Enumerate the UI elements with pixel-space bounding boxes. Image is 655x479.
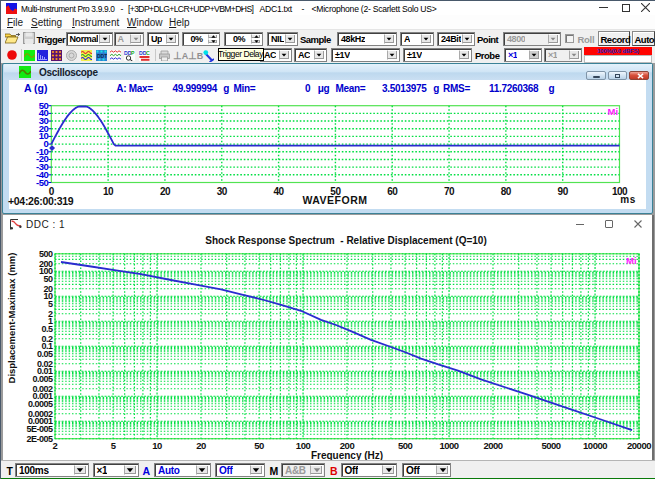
svg-text:5: 5 <box>48 299 53 309</box>
svg-text:50: 50 <box>43 274 53 284</box>
svg-text:20000: 20000 <box>627 440 651 451</box>
svg-text:10000: 10000 <box>583 440 607 451</box>
svg-text:0.005: 0.005 <box>32 374 53 384</box>
svg-text:2000: 2000 <box>483 440 502 451</box>
svg-text:5000: 5000 <box>542 440 561 451</box>
svg-text:0.0005: 0.0005 <box>28 399 53 409</box>
svg-text:500: 500 <box>39 249 53 259</box>
svg-text:0.05: 0.05 <box>37 349 53 359</box>
svg-text:2E-005: 2E-005 <box>26 434 53 444</box>
svg-text:100: 100 <box>296 440 311 451</box>
svg-text:Frequency (Hz): Frequency (Hz) <box>311 450 383 461</box>
svg-text:50: 50 <box>254 440 264 451</box>
svg-text:Mi: Mi <box>626 255 637 266</box>
svg-text:10: 10 <box>152 440 162 451</box>
svg-text:5E-005: 5E-005 <box>26 424 53 434</box>
svg-text:0.5: 0.5 <box>41 324 53 334</box>
svg-text:500: 500 <box>398 440 413 451</box>
svg-text:20: 20 <box>196 440 206 451</box>
svg-text:2: 2 <box>53 440 58 451</box>
svg-text:Shock Response Spectrum - Rel: Shock Response Spectrum - Relative Displ… <box>205 235 486 246</box>
svg-text:Displacement-Maximax (mm): Displacement-Maximax (mm) <box>6 253 17 384</box>
svg-text:1000: 1000 <box>439 440 458 451</box>
svg-text:5: 5 <box>111 440 117 451</box>
